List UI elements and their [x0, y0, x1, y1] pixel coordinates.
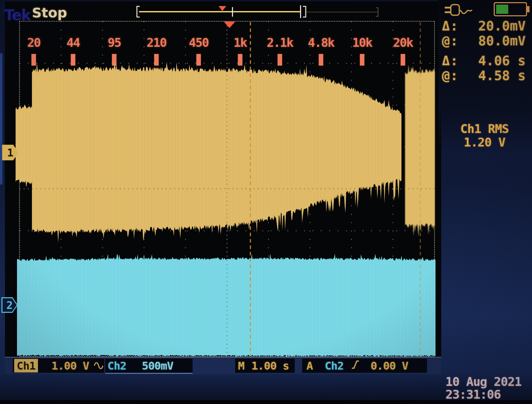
ch1-settings-box: Ch1 1.00 V	[13, 359, 104, 373]
scope-screen-area	[5, 1, 441, 358]
ac-coupling-icon	[93, 359, 104, 372]
ac-power-icon	[444, 3, 476, 18]
main-timebase-label: M	[238, 359, 244, 372]
ch1-badge-label: 1	[7, 146, 13, 159]
cursor-at-time-row: @: 4.58 s	[442, 68, 526, 83]
cursor-delta-voltage-row: Δ: 20.0mV	[442, 18, 526, 33]
delta-symbol: Δ:	[442, 18, 459, 34]
ch1-volts-per-div: 1.00 V	[51, 359, 89, 372]
at-symbol: @:	[442, 33, 459, 49]
battery-charge-level	[496, 5, 508, 14]
ch1-rms-measurement-label: Ch1 RMS	[440, 122, 529, 136]
trigger-mode-label: A	[306, 359, 313, 372]
seconds-per-div: 1.00 s	[251, 359, 289, 372]
trigger-settings-box: A Ch2 0.00 V	[302, 359, 427, 373]
ch2-channel-label: Ch2	[107, 359, 126, 372]
tek-logo: Tek	[4, 6, 31, 24]
ch2-badge-label: 2	[6, 299, 13, 311]
at-voltage-value: 80.0mV	[478, 33, 526, 49]
delta-symbol: Δ:	[442, 53, 459, 68]
delta-time-value: 4.06 s	[478, 53, 526, 68]
battery-icon	[494, 2, 527, 16]
acquisition-status: Stop	[32, 5, 67, 21]
time-display: 23:31:06	[445, 387, 501, 402]
battery-terminal	[527, 6, 530, 12]
timebase-box: M 1.00 s	[235, 359, 295, 373]
cursor-delta-time-row: Δ: 4.06 s	[442, 53, 526, 68]
delta-voltage-value: 20.0mV	[478, 18, 526, 34]
screen-edge-reflection	[0, 53, 2, 184]
oscilloscope-display: Tek Stop 2044952104501k2.1k4.8k10k20k 1 …	[0, 0, 532, 404]
rising-edge-icon	[351, 359, 360, 373]
date-display: 10 Aug 2021	[445, 375, 521, 389]
ch2-settings-box: Ch2 500mV	[105, 359, 193, 374]
screen-bottom-bezel	[0, 400, 532, 404]
at-time-value: 4.58 s	[478, 68, 526, 83]
ch1-rms-measurement-value: 1.20 V	[440, 135, 529, 149]
trigger-level: 0.00 V	[371, 359, 408, 372]
trigger-source: Ch2	[325, 359, 344, 372]
status-bar: Ch1 1.00 V Ch2 500mV M 1.00 s A Ch2	[5, 357, 441, 374]
cursor-at-voltage-row: @: 80.0mV	[442, 33, 526, 48]
at-symbol: @:	[442, 68, 459, 83]
ch2-volts-per-div: 500mV	[142, 359, 173, 372]
ch1-channel-badge: Ch1	[14, 359, 38, 372]
